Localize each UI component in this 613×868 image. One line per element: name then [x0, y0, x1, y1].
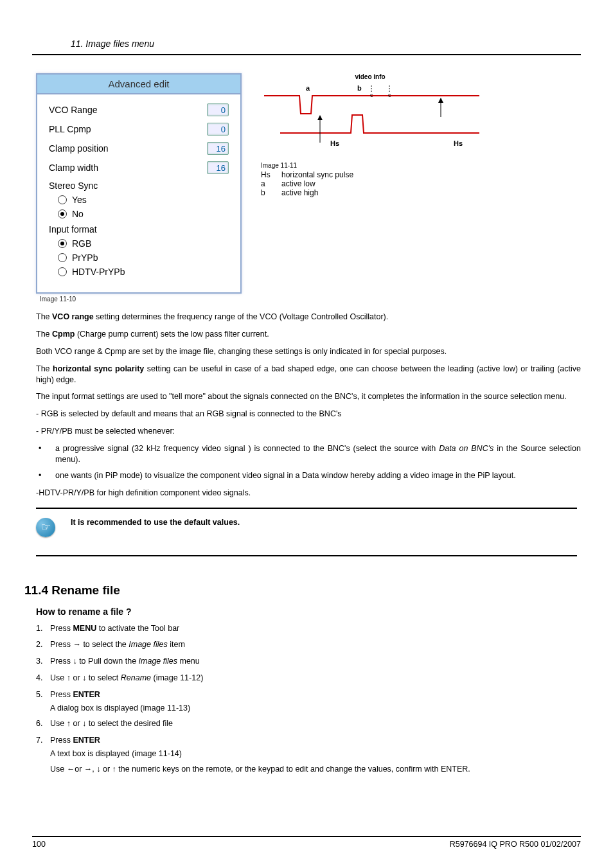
format-hdtv-label: HDTV-PrYPb [72, 267, 125, 277]
clamp-width-label: Clamp width [49, 163, 98, 173]
stereo-no-radio[interactable]: No [58, 209, 229, 219]
advanced-edit-dialog: Advanced edit VCO Range 0 PLL Cpmp 0 Cla… [36, 73, 242, 294]
diagram-legend: Hshorizontal sync pulse aactive low bact… [261, 170, 479, 197]
label-c2: c [388, 92, 391, 98]
sync-diagram: video info a b c c Hs Hs Image 11-11 Hsh… [261, 73, 479, 303]
radio-selected-icon [58, 209, 67, 218]
chapter-header: 11. Image files menu [32, 39, 581, 55]
dialog-wrapper: Advanced edit VCO Range 0 PLL Cpmp 0 Cla… [36, 73, 242, 303]
hs-label-1: Hs [330, 139, 339, 147]
diagram-title: video info [261, 73, 479, 80]
radio-icon [58, 253, 67, 262]
format-prypb-radio[interactable]: PrYPb [58, 252, 229, 263]
label-c1: c [370, 92, 373, 98]
clamp-width-row: Clamp width 16 [49, 161, 229, 174]
dialog-title: Advanced edit [37, 75, 240, 94]
pll-cpmp-value[interactable]: 0 [207, 123, 229, 136]
label-a: a [306, 84, 310, 92]
stereo-yes-label: Yes [72, 195, 87, 205]
format-rgb-radio[interactable]: RGB [58, 238, 229, 249]
note-box: ☞ It is recommended to use the default v… [36, 508, 577, 556]
howto-heading: How to rename a file ? [36, 607, 581, 617]
stereo-sync-label: Stereo Sync [49, 181, 229, 191]
radio-icon [58, 195, 67, 204]
stereo-yes-radio[interactable]: Yes [58, 195, 229, 205]
clamp-position-value[interactable]: 16 [207, 142, 229, 155]
page-footer: 100 R5976694 IQ PRO R500 01/02/2007 [32, 836, 581, 849]
format-hdtv-radio[interactable]: HDTV-PrYPb [58, 267, 229, 277]
note-text: It is recommended to use the default val… [71, 518, 240, 527]
svg-marker-5 [438, 98, 443, 103]
pll-cpmp-label: PLL Cpmp [49, 124, 91, 134]
hs-label-2: Hs [454, 139, 463, 147]
radio-selected-icon [58, 239, 67, 248]
radio-icon [58, 267, 67, 276]
clamp-position-label: Clamp position [49, 143, 109, 154]
page-number: 100 [32, 840, 46, 849]
clamp-width-value[interactable]: 16 [207, 161, 229, 174]
steps-list: 1.Press MENU to activate the Tool bar 2.… [36, 623, 581, 774]
stereo-no-label: No [72, 209, 84, 219]
vco-range-label: VCO Range [49, 105, 97, 115]
image-11-11-caption: Image 11-11 [261, 162, 479, 169]
vco-range-row: VCO Range 0 [49, 103, 229, 116]
format-prypb-label: PrYPb [72, 252, 98, 263]
svg-marker-3 [317, 115, 323, 120]
hint-icon: ☞ [36, 518, 55, 537]
vco-range-value[interactable]: 0 [207, 103, 229, 116]
section-11-4-heading: 11.4 Rename file [24, 583, 581, 598]
label-b: b [357, 84, 362, 92]
format-rgb-label: RGB [72, 238, 91, 249]
body-text: The VCO range setting determines the fre… [36, 312, 581, 499]
image-11-10-caption: Image 11-10 [40, 296, 242, 303]
pll-cpmp-row: PLL Cpmp 0 [49, 123, 229, 136]
input-format-label: Input format [49, 224, 229, 235]
clamp-position-row: Clamp position 16 [49, 142, 229, 155]
waveform-svg: a b c c Hs Hs [261, 82, 479, 159]
doc-ref: R5976694 IQ PRO R500 01/02/2007 [450, 840, 581, 849]
